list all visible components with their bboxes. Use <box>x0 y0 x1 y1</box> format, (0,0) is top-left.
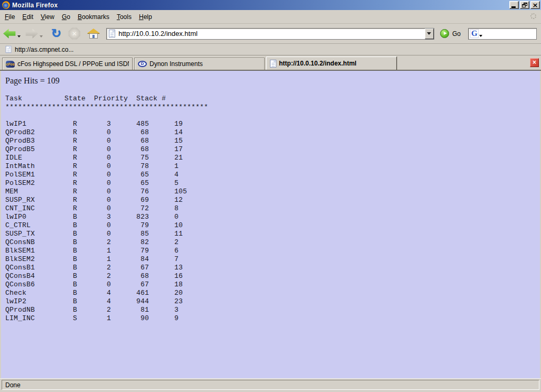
home-button[interactable] <box>87 29 100 39</box>
bookmark-label: http://as.cmpnet.co... <box>15 46 73 53</box>
url-input[interactable]: http://10.0.10.2/index.html <box>115 30 425 38</box>
table-row: QProdB3 R 0 68 15 <box>5 137 183 145</box>
restore-button[interactable] <box>520 1 529 9</box>
table-row: QConsB1 B 2 67 13 <box>5 264 183 272</box>
navigation-toolbar: ↻ × http://10.0.10.2/index.html Go G <box>0 24 541 44</box>
go-icon <box>440 29 449 38</box>
close-icon: × <box>533 2 538 8</box>
menu-item-file[interactable]: File <box>1 12 18 22</box>
restore-icon <box>522 3 527 7</box>
firefox-logo-icon <box>2 1 10 9</box>
table-header: Task State Priority Stack # <box>5 95 166 102</box>
table-row: QConsB6 B 0 67 18 <box>5 281 183 288</box>
stop-button[interactable]: × <box>68 27 80 40</box>
back-button[interactable] <box>3 29 16 39</box>
table-row: QProdB2 R 0 68 14 <box>5 128 183 136</box>
table-row: lwIP2 B 4 944 23 <box>5 297 183 305</box>
tab-label: http://10.0.10.2/index.html <box>279 60 357 67</box>
forward-dropdown-icon[interactable] <box>40 35 43 38</box>
task-table: Task State Priority Stack # ************… <box>5 95 540 323</box>
table-row: SUSP_RX R 0 69 12 <box>5 196 183 204</box>
menu-item-tools[interactable]: Tools <box>113 12 135 22</box>
table-row: QProdB5 R 0 68 17 <box>5 145 183 153</box>
table-row: QProdNB B 2 81 3 <box>5 306 179 314</box>
page-icon <box>109 30 115 38</box>
table-row: MEM R 0 76 105 <box>5 188 187 195</box>
go-button[interactable]: Go <box>440 29 461 38</box>
table-row: BlkSEM2 B 1 84 7 <box>5 255 179 263</box>
back-dropdown-icon[interactable] <box>17 35 21 38</box>
tab-label: Dynon Instruments <box>150 60 203 68</box>
page-icon <box>6 46 12 53</box>
google-engine-icon[interactable]: G <box>470 29 479 38</box>
throbber-icon[interactable] <box>530 13 536 19</box>
menu-item-edit[interactable]: Edit <box>18 12 37 22</box>
url-dropdown-button[interactable] <box>425 29 434 39</box>
table-row: QConsNB B 2 82 2 <box>5 238 179 246</box>
bookmark-item[interactable]: http://as.cmpnet.co... <box>3 45 76 54</box>
tab-2[interactable]: DDynon Instruments <box>134 58 265 70</box>
home-body-icon <box>89 33 98 39</box>
tab-strip: cFoscFos Highspeed DSL / PPPoE und ISDN … <box>0 55 541 71</box>
page-hits-text: Page Hits = 109 <box>5 76 540 86</box>
menu-item-view[interactable]: View <box>37 12 58 22</box>
table-row: C_CTRL B 0 79 10 <box>5 221 183 229</box>
url-bar[interactable]: http://10.0.10.2/index.html <box>106 28 434 40</box>
table-row: lwIP1 R 3 485 19 <box>5 120 183 128</box>
tab-3[interactable]: http://10.0.10.2/index.html <box>266 57 397 70</box>
status-panel: Done <box>2 380 539 390</box>
minimize-icon <box>511 6 516 8</box>
table-row: PolSEM1 R 0 65 4 <box>5 171 179 179</box>
page-content: Page Hits = 109 Task State Priority Stac… <box>0 71 541 378</box>
table-row: CNT_INC R 0 72 8 <box>5 204 179 212</box>
table-row: QConsB4 B 2 68 16 <box>5 272 183 280</box>
table-row: BlkSEM1 B 1 79 6 <box>5 247 179 255</box>
page-icon <box>270 60 276 68</box>
tab-1[interactable]: cFoscFos Highspeed DSL / PPPoE und ISDN … <box>2 58 133 70</box>
table-row: SUSP_TX B 0 85 11 <box>5 230 183 238</box>
dynon-icon: D <box>138 61 147 67</box>
table-row: IDLE R 0 75 21 <box>5 154 183 162</box>
browser-window: Mozilla Firefox × FileEditViewGoBookmark… <box>0 0 541 392</box>
close-button[interactable]: × <box>530 1 540 9</box>
menu-item-bookmarks[interactable]: Bookmarks <box>74 12 113 22</box>
chevron-down-icon <box>427 32 431 35</box>
table-row: LIM_INC S 1 90 9 <box>5 314 179 322</box>
search-input[interactable]: G <box>468 28 537 40</box>
reload-button[interactable]: ↻ <box>51 27 61 40</box>
cfos-icon: cFos <box>6 61 15 68</box>
table-row: IntMath R 0 78 1 <box>5 162 179 170</box>
menu-item-help[interactable]: Help <box>135 12 156 22</box>
table-row: PolSEM2 R 0 65 5 <box>5 179 179 187</box>
table-separator: ****************************************… <box>5 103 208 111</box>
title-bar: Mozilla Firefox × <box>0 0 541 10</box>
close-tab-button[interactable]: × <box>530 58 539 67</box>
window-title: Mozilla Firefox <box>12 2 58 9</box>
minimize-button[interactable] <box>509 1 519 9</box>
table-row: Check B 4 461 20 <box>5 289 183 297</box>
table-row: lwIP0 B 3 823 0 <box>5 213 179 221</box>
menu-bar-items: FileEditViewGoBookmarksToolsHelp <box>0 10 541 24</box>
status-bar: Done <box>0 378 541 392</box>
status-text: Done <box>5 381 21 389</box>
forward-button[interactable] <box>25 29 38 39</box>
tab-label: cFos Highspeed DSL / PPPoE und ISDN CAP.… <box>17 60 129 68</box>
menu-item-go[interactable]: Go <box>58 12 74 22</box>
go-button-label: Go <box>452 30 461 38</box>
search-engine-dropdown-icon[interactable] <box>479 35 482 37</box>
home-roof-icon <box>87 29 100 33</box>
bookmarks-toolbar: http://as.cmpnet.co... <box>0 44 541 55</box>
